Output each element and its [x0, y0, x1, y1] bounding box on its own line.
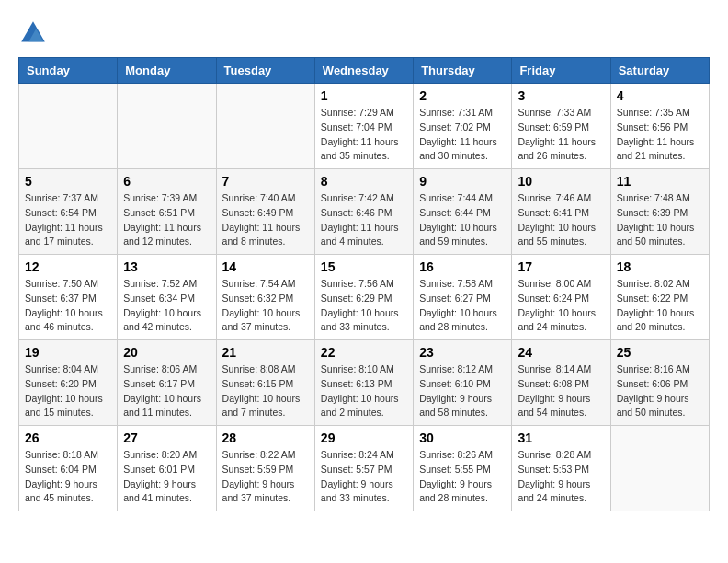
weekday-header: Saturday	[610, 58, 709, 84]
calendar-day-cell: 31Sunrise: 8:28 AMSunset: 5:53 PMDayligh…	[512, 426, 610, 511]
calendar-day-cell: 14Sunrise: 7:54 AMSunset: 6:32 PMDayligh…	[216, 255, 314, 340]
day-number: 15	[321, 259, 407, 274]
calendar-week-row: 5Sunrise: 7:37 AMSunset: 6:54 PMDaylight…	[19, 169, 710, 255]
calendar-day-cell: 4Sunrise: 7:35 AMSunset: 6:56 PMDaylight…	[610, 84, 709, 169]
calendar-week-row: 26Sunrise: 8:18 AMSunset: 6:04 PMDayligh…	[19, 426, 710, 511]
day-number: 25	[617, 345, 703, 360]
calendar-day-cell: 7Sunrise: 7:40 AMSunset: 6:49 PMDaylight…	[216, 169, 314, 255]
day-number: 2	[419, 88, 506, 103]
calendar-header-row: SundayMondayTuesdayWednesdayThursdayFrid…	[19, 58, 710, 84]
day-number: 11	[617, 174, 703, 189]
calendar-day-cell: 20Sunrise: 8:06 AMSunset: 6:17 PMDayligh…	[118, 340, 216, 426]
calendar-day-cell: 1Sunrise: 7:29 AMSunset: 7:04 PMDaylight…	[314, 84, 413, 169]
day-info: Sunrise: 8:14 AMSunset: 6:08 PMDaylight:…	[518, 362, 604, 420]
day-info: Sunrise: 8:02 AMSunset: 6:22 PMDaylight:…	[617, 277, 703, 335]
day-number: 5	[25, 174, 111, 189]
day-number: 9	[419, 174, 506, 189]
weekday-header: Sunday	[19, 58, 118, 84]
calendar-day-cell: 10Sunrise: 7:46 AMSunset: 6:41 PMDayligh…	[512, 169, 610, 255]
day-info: Sunrise: 8:04 AMSunset: 6:20 PMDaylight:…	[25, 362, 111, 420]
calendar-day-cell: 23Sunrise: 8:12 AMSunset: 6:10 PMDayligh…	[414, 340, 512, 426]
day-number: 13	[123, 259, 210, 274]
weekday-header: Tuesday	[216, 58, 314, 84]
calendar-day-cell: 9Sunrise: 7:44 AMSunset: 6:44 PMDaylight…	[414, 169, 512, 255]
day-number: 31	[518, 431, 604, 445]
day-number: 17	[518, 259, 604, 274]
calendar-day-cell: 19Sunrise: 8:04 AMSunset: 6:20 PMDayligh…	[19, 340, 118, 426]
day-number: 6	[123, 174, 210, 189]
day-number: 21	[222, 345, 309, 360]
day-number: 19	[25, 345, 111, 360]
calendar-week-row: 12Sunrise: 7:50 AMSunset: 6:37 PMDayligh…	[19, 255, 710, 340]
day-number: 4	[617, 88, 703, 103]
day-number: 22	[321, 345, 407, 360]
calendar-day-cell: 17Sunrise: 8:00 AMSunset: 6:24 PMDayligh…	[512, 255, 610, 340]
calendar-day-cell: 11Sunrise: 7:48 AMSunset: 6:39 PMDayligh…	[610, 169, 709, 255]
day-number: 26	[25, 431, 111, 445]
calendar-day-cell: 22Sunrise: 8:10 AMSunset: 6:13 PMDayligh…	[314, 340, 413, 426]
calendar-day-cell: 13Sunrise: 7:52 AMSunset: 6:34 PMDayligh…	[118, 255, 216, 340]
weekday-header: Thursday	[414, 58, 512, 84]
calendar-day-cell: 6Sunrise: 7:39 AMSunset: 6:51 PMDaylight…	[118, 169, 216, 255]
calendar-day-cell: 8Sunrise: 7:42 AMSunset: 6:46 PMDaylight…	[314, 169, 413, 255]
day-info: Sunrise: 7:40 AMSunset: 6:49 PMDaylight:…	[222, 191, 309, 249]
day-number: 28	[222, 431, 309, 445]
day-info: Sunrise: 7:44 AMSunset: 6:44 PMDaylight:…	[419, 191, 506, 249]
day-number: 29	[321, 431, 407, 445]
calendar-day-cell: 21Sunrise: 8:08 AMSunset: 6:15 PMDayligh…	[216, 340, 314, 426]
page: SundayMondayTuesdayWednesdayThursdayFrid…	[0, 0, 728, 521]
day-number: 14	[222, 259, 309, 274]
calendar-week-row: 19Sunrise: 8:04 AMSunset: 6:20 PMDayligh…	[19, 340, 710, 426]
calendar-day-cell: 12Sunrise: 7:50 AMSunset: 6:37 PMDayligh…	[19, 255, 118, 340]
day-info: Sunrise: 7:35 AMSunset: 6:56 PMDaylight:…	[617, 106, 703, 164]
weekday-header: Friday	[512, 58, 610, 84]
day-number: 18	[617, 259, 703, 274]
calendar-day-cell	[19, 84, 118, 169]
day-info: Sunrise: 7:29 AMSunset: 7:04 PMDaylight:…	[321, 106, 407, 164]
day-number: 24	[518, 345, 604, 360]
day-info: Sunrise: 8:26 AMSunset: 5:55 PMDaylight:…	[419, 448, 506, 506]
calendar-day-cell: 5Sunrise: 7:37 AMSunset: 6:54 PMDaylight…	[19, 169, 118, 255]
logo	[18, 18, 51, 48]
calendar-day-cell	[216, 84, 314, 169]
day-info: Sunrise: 7:42 AMSunset: 6:46 PMDaylight:…	[321, 191, 407, 249]
header	[18, 18, 710, 48]
day-info: Sunrise: 7:46 AMSunset: 6:41 PMDaylight:…	[518, 191, 604, 249]
calendar-day-cell: 18Sunrise: 8:02 AMSunset: 6:22 PMDayligh…	[610, 255, 709, 340]
day-info: Sunrise: 8:08 AMSunset: 6:15 PMDaylight:…	[222, 362, 309, 420]
calendar-day-cell: 3Sunrise: 7:33 AMSunset: 6:59 PMDaylight…	[512, 84, 610, 169]
logo-icon	[18, 18, 48, 48]
day-number: 23	[419, 345, 506, 360]
day-info: Sunrise: 8:20 AMSunset: 6:01 PMDaylight:…	[123, 448, 210, 506]
day-info: Sunrise: 8:00 AMSunset: 6:24 PMDaylight:…	[518, 277, 604, 335]
day-info: Sunrise: 8:06 AMSunset: 6:17 PMDaylight:…	[123, 362, 210, 420]
day-number: 3	[518, 88, 604, 103]
day-info: Sunrise: 7:37 AMSunset: 6:54 PMDaylight:…	[25, 191, 111, 249]
calendar-day-cell: 16Sunrise: 7:58 AMSunset: 6:27 PMDayligh…	[414, 255, 512, 340]
day-info: Sunrise: 7:50 AMSunset: 6:37 PMDaylight:…	[25, 277, 111, 335]
day-info: Sunrise: 7:58 AMSunset: 6:27 PMDaylight:…	[419, 277, 506, 335]
day-number: 8	[321, 174, 407, 189]
day-number: 7	[222, 174, 309, 189]
day-info: Sunrise: 8:18 AMSunset: 6:04 PMDaylight:…	[25, 448, 111, 506]
calendar-day-cell: 27Sunrise: 8:20 AMSunset: 6:01 PMDayligh…	[118, 426, 216, 511]
day-info: Sunrise: 7:56 AMSunset: 6:29 PMDaylight:…	[321, 277, 407, 335]
day-number: 20	[123, 345, 210, 360]
day-info: Sunrise: 8:24 AMSunset: 5:57 PMDaylight:…	[321, 448, 407, 506]
day-info: Sunrise: 8:16 AMSunset: 6:06 PMDaylight:…	[617, 362, 703, 420]
calendar-day-cell: 15Sunrise: 7:56 AMSunset: 6:29 PMDayligh…	[314, 255, 413, 340]
day-info: Sunrise: 8:12 AMSunset: 6:10 PMDaylight:…	[419, 362, 506, 420]
day-number: 27	[123, 431, 210, 445]
calendar-day-cell	[118, 84, 216, 169]
day-number: 12	[25, 259, 111, 274]
weekday-header: Monday	[118, 58, 216, 84]
day-number: 1	[321, 88, 407, 103]
calendar-day-cell: 26Sunrise: 8:18 AMSunset: 6:04 PMDayligh…	[19, 426, 118, 511]
weekday-header: Wednesday	[314, 58, 413, 84]
day-number: 16	[419, 259, 506, 274]
calendar-day-cell: 30Sunrise: 8:26 AMSunset: 5:55 PMDayligh…	[414, 426, 512, 511]
calendar-day-cell: 2Sunrise: 7:31 AMSunset: 7:02 PMDaylight…	[414, 84, 512, 169]
calendar-day-cell	[610, 426, 709, 511]
calendar-table: SundayMondayTuesdayWednesdayThursdayFrid…	[18, 57, 710, 511]
calendar-day-cell: 25Sunrise: 8:16 AMSunset: 6:06 PMDayligh…	[610, 340, 709, 426]
